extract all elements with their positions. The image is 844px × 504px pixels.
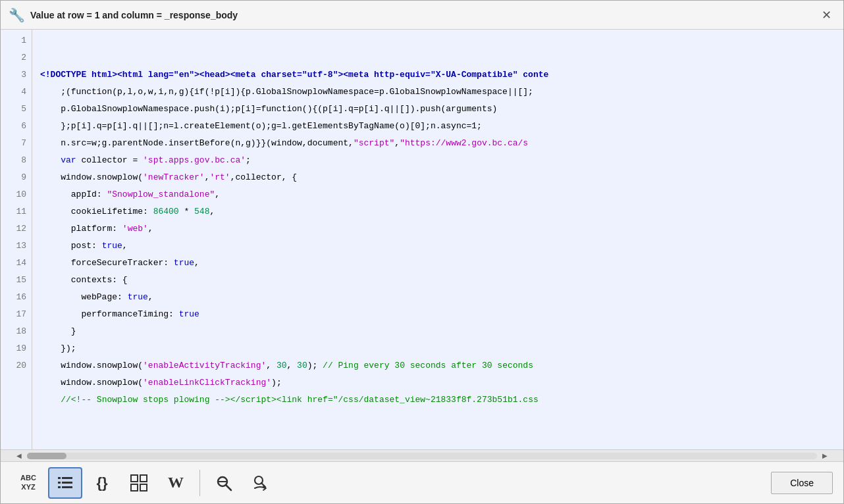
line-numbers: 1234567891011121314151617181920 — [1, 30, 32, 449]
code-line: performanceTiming: true — [40, 306, 835, 323]
title-icon: 🔧 — [9, 7, 25, 23]
svg-rect-6 — [131, 475, 138, 482]
code-content[interactable]: <!DOCTYPE html><html lang="en"><head><me… — [32, 30, 843, 449]
grid-view-button[interactable] — [122, 467, 156, 499]
title-bar: 🔧 Value at row = 1 and column = _respons… — [1, 1, 843, 30]
line-number: 14 — [9, 255, 26, 272]
line-number: 20 — [9, 357, 26, 374]
line-number: 11 — [9, 203, 26, 220]
window-close-button[interactable]: ✕ — [818, 8, 835, 22]
svg-rect-0 — [58, 477, 61, 479]
code-line: n.src=w;g.parentNode.insertBefore(n,g)}}… — [40, 135, 835, 152]
code-line: webPage: true, — [40, 289, 835, 306]
svg-rect-3 — [62, 482, 72, 484]
code-line: }); — [40, 340, 835, 357]
svg-line-11 — [226, 485, 231, 490]
code-line: cookieLifetime: 86400 * 548, — [40, 203, 835, 220]
line-number: 3 — [9, 66, 26, 84]
line-number: 5 — [9, 101, 26, 118]
toolbar-divider — [199, 470, 200, 496]
svg-rect-8 — [131, 484, 138, 491]
code-line: };p[i].q=p[i].q||[];n=l.createElement(o)… — [40, 118, 835, 135]
list-view-button[interactable] — [48, 467, 82, 499]
line-number: 12 — [9, 220, 26, 238]
code-line: platform: 'web', — [40, 220, 835, 238]
svg-rect-7 — [140, 475, 147, 482]
scroll-right-arrow[interactable]: ▶ — [820, 452, 830, 459]
code-line: p.GlobalSnowplowNamespace.push(i);p[i]=f… — [40, 101, 835, 118]
line-number: 10 — [9, 186, 26, 203]
line-number: 17 — [9, 306, 26, 323]
line-number: 6 — [9, 118, 26, 135]
json-view-button[interactable]: {} — [85, 467, 119, 499]
line-number: 9 — [9, 169, 26, 186]
code-line: //<!-- Snowplow stops plowing --></scrip… — [40, 391, 835, 409]
code-line: post: true, — [40, 238, 835, 255]
svg-rect-9 — [140, 484, 147, 491]
code-line: window.snowplow('enableLinkClickTracking… — [40, 374, 835, 391]
code-line: ;(function(p,l,o,w,i,n,g){if(!p[i]){p.Gl… — [40, 84, 835, 101]
code-area: 1234567891011121314151617181920 <!DOCTYP… — [1, 30, 843, 461]
search-icon — [215, 474, 233, 492]
title-text: Value at row = 1 and column = _response_… — [30, 10, 238, 20]
line-number: 8 — [9, 152, 26, 169]
line-number: 2 — [9, 49, 26, 66]
toolbar: ABCXYZ {} W — [1, 461, 843, 503]
line-number: 13 — [9, 238, 26, 255]
text-view-button[interactable]: ABCXYZ — [11, 467, 45, 499]
line-number: 19 — [9, 340, 26, 357]
code-line: window.snowplow('enableActivityTracking'… — [40, 357, 835, 374]
title-bar-left: 🔧 Value at row = 1 and column = _respons… — [9, 7, 238, 23]
svg-rect-1 — [62, 477, 72, 479]
find-replace-icon — [251, 474, 271, 492]
line-number: 15 — [9, 272, 26, 289]
svg-rect-5 — [62, 486, 72, 488]
svg-rect-2 — [58, 482, 61, 484]
dialog: 🔧 Value at row = 1 and column = _respons… — [0, 0, 844, 504]
code-line: <!DOCTYPE html><html lang="en"><head><me… — [40, 66, 835, 84]
line-number: 16 — [9, 289, 26, 306]
code-line: window.snowplow('newTracker','rt',collec… — [40, 169, 835, 186]
line-number: 18 — [9, 323, 26, 340]
search-button[interactable] — [207, 467, 241, 499]
code-line: appId: "Snowplow_standalone", — [40, 186, 835, 203]
wiki-view-button[interactable]: W — [159, 467, 193, 499]
code-line: contexts: { — [40, 272, 835, 289]
code-line: } — [40, 323, 835, 340]
close-button[interactable]: Close — [771, 472, 833, 494]
line-number: 4 — [9, 84, 26, 101]
h-scrollbar-track[interactable] — [27, 453, 817, 459]
h-scrollbar-thumb[interactable] — [27, 453, 66, 459]
svg-rect-4 — [58, 486, 61, 488]
code-line: var collector = 'spt.apps.gov.bc.ca'; — [40, 152, 835, 169]
line-number: 1 — [9, 32, 26, 49]
code-lines: 1234567891011121314151617181920 <!DOCTYP… — [1, 30, 843, 449]
line-number: 7 — [9, 135, 26, 152]
scroll-left-arrow[interactable]: ◀ — [14, 452, 24, 459]
code-line: forceSecureTracker: true, — [40, 255, 835, 272]
h-scrollbar-area[interactable]: ◀ ▶ — [1, 449, 843, 461]
grid-icon — [130, 474, 148, 492]
list-icon — [55, 473, 75, 493]
find-replace-button[interactable] — [244, 467, 278, 499]
